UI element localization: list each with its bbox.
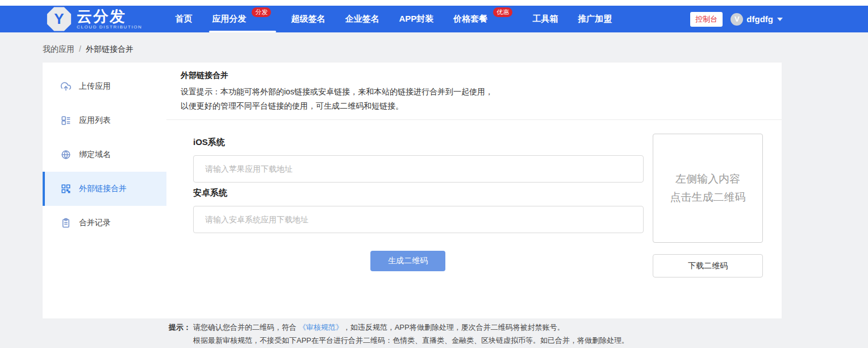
top-navigation-bar: Y 云分发 CLOUD DISTRIBUTION 首页 应用分发 分发 超级签名… xyxy=(0,6,868,32)
download-qrcode-button[interactable]: 下载二维码 xyxy=(653,254,763,277)
avatar-letter: V xyxy=(735,15,740,23)
qr-preview-box: 左侧输入内容 点击生成二维码 xyxy=(653,134,763,243)
hint-body: 请您确认您合并的二维码，符合 《审核规范》，如违反规范，APP将做删除处理，屡次… xyxy=(193,321,629,347)
sidebar-item-merge-records[interactable]: 合并记录 xyxy=(43,206,166,240)
android-url-input[interactable] xyxy=(193,206,644,233)
chevron-down-icon xyxy=(777,18,783,21)
nav-item-label: 价格套餐 xyxy=(453,14,487,24)
hint-line1-text: 请您确认您合并的二维码，符合 xyxy=(193,323,299,332)
page-title: 外部链接合并 xyxy=(181,71,782,81)
sidebar: 上传应用 应用列表 绑定域名 外部链接合并 xyxy=(43,63,166,318)
record-icon xyxy=(61,218,71,228)
qr-placeholder-line1: 左侧输入内容 xyxy=(675,170,740,188)
nav-item-label: 应用分发 xyxy=(212,14,246,24)
top-white-strip xyxy=(0,0,868,6)
nav-item-label: 首页 xyxy=(175,14,192,24)
globe-icon xyxy=(61,150,71,160)
nav-item-enterprise-sign[interactable]: 企业签名 xyxy=(345,6,379,32)
app-list-icon xyxy=(61,115,71,126)
nav-badge-discount: 优惠 xyxy=(493,7,512,17)
nav-item-app-package[interactable]: APP封装 xyxy=(399,6,433,32)
logo-badge-icon: Y xyxy=(47,7,72,32)
nav-item-super-sign[interactable]: 超级签名 xyxy=(291,6,325,32)
ios-url-input[interactable] xyxy=(193,155,644,183)
page-description: 设置提示：本功能可将外部的ios链接或安卓链接，来和本站的链接进行合并到一起使用… xyxy=(181,85,782,113)
nav-item-toolbox[interactable]: 工具箱 xyxy=(532,6,558,32)
hint-label: 提示： xyxy=(169,321,191,347)
generate-qrcode-button[interactable]: 生成二维码 xyxy=(370,251,445,271)
qr-placeholder-line2: 点击生成二维码 xyxy=(670,188,746,206)
description-line2: 以便更好的管理不同平台链接的使用，可生成二维码和短链接。 xyxy=(181,99,782,113)
ios-label: iOS系统 xyxy=(193,137,644,148)
nav-item-pricing[interactable]: 价格套餐 优惠 xyxy=(453,6,512,32)
hint-line1: 请您确认您合并的二维码，符合 《审核规范》，如违反规范，APP将做删除处理，屡次… xyxy=(193,321,629,334)
sidebar-item-label: 外部链接合并 xyxy=(79,184,127,194)
sidebar-item-external-link-merge[interactable]: 外部链接合并 xyxy=(43,172,166,206)
breadcrumb-my-apps[interactable]: 我的应用 xyxy=(43,44,74,55)
merge-form: iOS系统 安卓系统 生成二维码 xyxy=(193,137,644,271)
avatar: V xyxy=(731,13,743,26)
sidebar-item-label: 上传应用 xyxy=(79,81,111,92)
qr-panel: 左侧输入内容 点击生成二维码 下载二维码 xyxy=(653,134,763,277)
breadcrumb-separator: / xyxy=(79,44,81,55)
console-button[interactable]: 控制台 xyxy=(690,12,723,27)
nav-item-label: 工具箱 xyxy=(532,14,558,24)
logo[interactable]: Y 云分发 CLOUD DISTRIBUTION xyxy=(47,7,142,32)
username: dfgdfg xyxy=(746,14,773,24)
logo-subtitle: CLOUD DISTRIBUTION xyxy=(77,24,142,30)
sidebar-item-label: 绑定域名 xyxy=(79,150,111,160)
nav-item-label: APP封装 xyxy=(399,14,433,24)
sidebar-item-label: 应用列表 xyxy=(79,115,111,126)
nav-item-label: 企业签名 xyxy=(345,14,379,24)
main-nav: 首页 应用分发 分发 超级签名 企业签名 APP封装 价格套餐 优惠 工具箱 推… xyxy=(175,6,612,32)
logo-letter: Y xyxy=(54,10,64,28)
user-menu[interactable]: V dfgdfg xyxy=(731,13,783,26)
nav-badge-distribution: 分发 xyxy=(252,7,271,17)
logo-text: 云分发 CLOUD DISTRIBUTION xyxy=(77,9,142,30)
nav-item-label: 推广加盟 xyxy=(578,14,612,24)
nav-item-home[interactable]: 首页 xyxy=(175,6,192,32)
hint-line1-tail: ，如违反规范，APP将做删除处理，屡次合并二维码将被封禁账号。 xyxy=(343,323,565,332)
review-rules-link[interactable]: 《审核规范》 xyxy=(299,323,343,332)
main-content-card: 外部链接合并 设置提示：本功能可将外部的ios链接或安卓链接，来和本站的链接进行… xyxy=(166,63,782,318)
sidebar-item-app-list[interactable]: 应用列表 xyxy=(43,103,166,138)
sidebar-item-label: 合并记录 xyxy=(79,218,111,228)
hint-line2: 根据最新审核规范，不接受如下APP在平台进行合并二维码：色情类、直播类、金融类、… xyxy=(193,334,629,347)
nav-item-label: 超级签名 xyxy=(291,14,325,24)
description-line1: 设置提示：本功能可将外部的ios链接或安卓链接，来和本站的链接进行合并到一起使用… xyxy=(181,85,782,99)
logo-title: 云分发 xyxy=(77,9,142,24)
sidebar-item-bind-domain[interactable]: 绑定域名 xyxy=(43,138,166,172)
breadcrumb-current: 外部链接合并 xyxy=(86,44,133,55)
footer-hint: 提示： 请您确认您合并的二维码，符合 《审核规范》，如违反规范，APP将做删除处… xyxy=(169,321,629,347)
cloud-upload-icon xyxy=(61,81,71,92)
card-header: 外部链接合并 设置提示：本功能可将外部的ios链接或安卓链接，来和本站的链接进行… xyxy=(166,63,782,120)
qr-merge-icon xyxy=(61,184,71,194)
breadcrumb: 我的应用 / 外部链接合并 xyxy=(43,44,133,55)
android-label: 安卓系统 xyxy=(193,188,644,198)
nav-item-promotion[interactable]: 推广加盟 xyxy=(578,6,612,32)
header-right: 控制台 V dfgdfg xyxy=(690,12,783,27)
sidebar-item-upload-app[interactable]: 上传应用 xyxy=(43,69,166,103)
nav-item-app-distribution[interactable]: 应用分发 分发 xyxy=(212,6,271,32)
